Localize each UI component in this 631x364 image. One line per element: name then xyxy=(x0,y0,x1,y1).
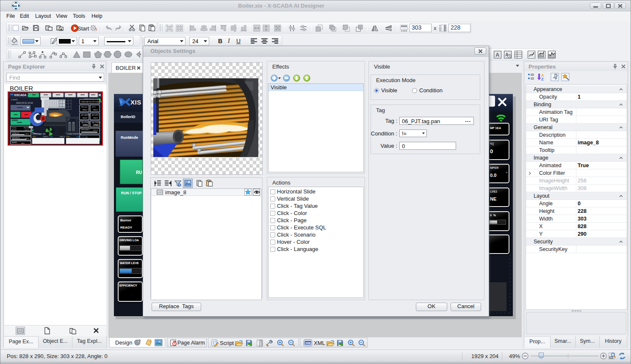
svg-text:A: A xyxy=(60,28,63,31)
svg-text:(Label): (Label) xyxy=(11,98,18,101)
svg-text:100.0: 100.0 xyxy=(93,117,98,119)
svg-text:100: 100 xyxy=(610,356,613,358)
svg-text:VAL.LEVEL2: VAL.LEVEL2 xyxy=(92,122,100,124)
svg-text:100.0: 100.0 xyxy=(83,117,87,119)
svg-text:Curve: Curve xyxy=(12,127,17,129)
svg-text:FW.Level: FW.Level xyxy=(81,106,87,108)
svg-text:Z: Z xyxy=(541,77,544,81)
svg-text:88 %: 88 % xyxy=(25,138,29,140)
svg-text:XISCADA: XISCADA xyxy=(14,94,27,97)
svg-text:64 %: 64 % xyxy=(25,133,29,135)
svg-text:T.02: T.02 xyxy=(50,136,53,138)
svg-text:OPEN: OPEN xyxy=(83,124,88,126)
svg-text:303 t: 303 t xyxy=(21,143,25,144)
svg-text:VAL.LEVEL1: VAL.LEVEL1 xyxy=(81,122,90,124)
svg-text:Section: Section xyxy=(24,127,29,129)
svg-text:P.02: P.02 xyxy=(77,136,80,138)
svg-text:1000 %: 1000 % xyxy=(60,136,65,138)
svg-text:2020-03-01 14:33: 2020-03-01 14:33 xyxy=(16,102,33,104)
svg-text:XML: XML xyxy=(305,342,312,345)
svg-text:EXHST GAS TMP: EXHST GAS TMP xyxy=(33,133,46,135)
svg-text:W/A PUMP BOOST PUMP 1E: W/A PUMP BOOST PUMP 1E xyxy=(81,101,102,103)
svg-text:A: A xyxy=(495,52,500,58)
svg-text:500.0: 500.0 xyxy=(83,109,87,111)
svg-text:500.0: 500.0 xyxy=(93,109,98,111)
svg-text:STEAM PRESSURE: STEAM PRESSURE xyxy=(66,133,81,135)
svg-text:OPEN: OPEN xyxy=(93,124,98,126)
svg-text:MODE: MODE xyxy=(12,129,17,131)
svg-text:AI: AI xyxy=(14,4,17,8)
svg-text:SMOKE(%): SMOKE(%) xyxy=(12,137,20,139)
svg-text:100 %: 100 % xyxy=(25,129,29,131)
svg-text:AIR DMP2: AIR DMP2 xyxy=(92,114,99,116)
svg-text:P.01: P.01 xyxy=(66,136,69,138)
svg-text:50.0 %: 50.0 % xyxy=(93,130,98,131)
svg-text:AI(MW): AI(MW) xyxy=(12,142,17,143)
svg-text:T.01: T.01 xyxy=(33,136,36,138)
svg-text:STK.T: STK.T xyxy=(92,106,96,108)
svg-text:AIR DAMPER: AIR DAMPER xyxy=(81,114,91,116)
svg-text:EFFICIENCY: EFFICIENCY xyxy=(81,129,90,131)
svg-text:1000 %: 1000 % xyxy=(43,136,49,138)
svg-text:LEVEL(%): LEVEL(%) xyxy=(12,132,19,134)
